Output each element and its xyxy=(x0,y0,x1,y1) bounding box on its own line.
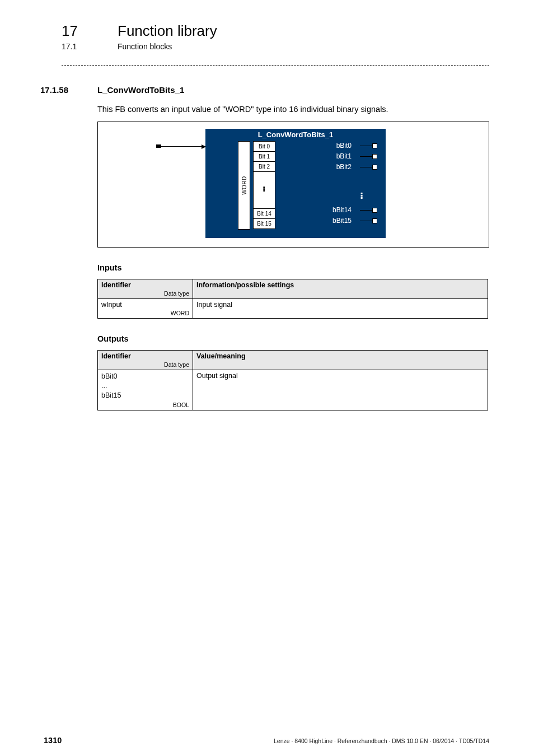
vdots-icon: ▪▪▪ xyxy=(253,171,275,209)
divider xyxy=(62,65,489,66)
vdots-icon: ▪▪▪ xyxy=(299,179,377,199)
chapter-title: Function library xyxy=(118,22,217,40)
bit-cell: Bit 1 xyxy=(253,151,275,162)
output-label: bBit0 xyxy=(275,141,354,151)
col-identifier-label: Identifier xyxy=(101,281,131,289)
bit-cell: Bit 14 xyxy=(253,208,275,219)
output-label: bBit1 xyxy=(275,151,354,162)
bit-cell: Bit 2 xyxy=(253,161,275,172)
input-label: wInput xyxy=(168,137,188,145)
section-title: L_ConvWordToBits_1 xyxy=(97,85,184,95)
page-number: 1310 xyxy=(44,736,62,745)
output-label: bBit14 xyxy=(275,205,354,216)
output-label: bBit2 xyxy=(275,162,354,172)
fb-title: L_ConvWordToBits_1 xyxy=(205,129,386,139)
outputs-table: Identifier Data type Value/meaning bBit0… xyxy=(97,350,488,410)
outputs-heading: Outputs xyxy=(97,334,489,343)
page: 17 Function library 17.1 Function blocks… xyxy=(0,0,534,756)
bit-cell: Bit 0 xyxy=(253,141,275,152)
col-identifier: Identifier Data type xyxy=(98,279,193,299)
page-footer: 1310 Lenze · 8400 HighLine · Referenzhan… xyxy=(62,725,489,745)
outputs-column: bBit0 bBit1 bBit2 ▪▪▪ bBit14 bBit15 xyxy=(275,141,377,226)
input-arrow-icon xyxy=(159,146,205,147)
identifier-value: bBit0 ... bBit15 xyxy=(101,372,121,399)
datatype-value: WORD xyxy=(101,310,189,316)
function-block-diagram: L_ConvWordToBits_1 wInput WORD Bit 0 Bit… xyxy=(97,122,489,248)
col-info: Value/meaning xyxy=(193,351,488,370)
col-datatype-label: Data type xyxy=(101,290,189,297)
output-label: bBit15 xyxy=(275,216,354,226)
subchapter-title: Function blocks xyxy=(118,42,172,51)
section-number: 17.1.58 xyxy=(40,85,97,95)
inputs-heading: Inputs xyxy=(97,263,489,272)
col-identifier: Identifier Data type xyxy=(98,351,193,370)
output-connector-icon xyxy=(354,162,377,172)
col-datatype-label: Data type xyxy=(101,361,189,368)
output-connector-icon xyxy=(354,141,377,151)
chapter-number: 17 xyxy=(62,22,95,40)
section-header: 17.1.58 L_ConvWordToBits_1 xyxy=(62,85,489,95)
table-row: bBit0 ... bBit15 BOOL Output signal xyxy=(98,370,488,410)
word-label: WORD xyxy=(241,176,247,195)
chapter-header: 17 Function library xyxy=(62,22,489,40)
footer-text: Lenze · 8400 HighLine · Referenzhandbuch… xyxy=(274,738,489,744)
identifier-value: wInput xyxy=(101,301,122,309)
intro-text: This FB converts an input value of "WORD… xyxy=(97,105,489,114)
col-identifier-label: Identifier xyxy=(101,352,131,360)
datatype-value: BOOL xyxy=(101,402,189,408)
subchapter-header: 17.1 Function blocks xyxy=(62,42,489,51)
output-connector-icon xyxy=(354,151,377,162)
output-connector-icon xyxy=(354,205,377,216)
output-connector-icon xyxy=(354,216,377,226)
word-box: WORD xyxy=(238,141,250,230)
col-info: Information/possible settings xyxy=(193,279,488,299)
inputs-table: Identifier Data type Information/possibl… xyxy=(97,279,488,319)
info-value: Input signal xyxy=(193,299,488,319)
bit-cell: Bit 15 xyxy=(253,218,275,229)
bits-column: Bit 0 Bit 1 Bit 2 ▪▪▪ Bit 14 Bit 15 xyxy=(253,141,275,229)
subchapter-number: 17.1 xyxy=(62,42,95,51)
info-value: Output signal xyxy=(193,370,488,410)
table-row: wInput WORD Input signal xyxy=(98,299,488,319)
